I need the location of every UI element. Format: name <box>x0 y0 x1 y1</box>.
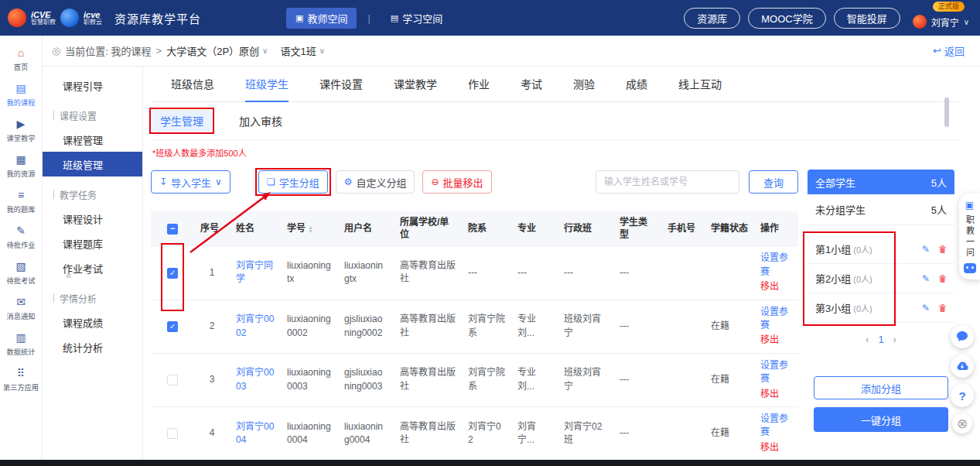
one-click-grouping-button[interactable]: 一键分组 <box>814 407 948 432</box>
group-row[interactable]: 第3小组 (0人) ✎ <box>808 293 954 323</box>
prev-page-icon[interactable]: ‹ <box>866 334 869 345</box>
table-header-row: 序号 姓名 学号▲▼ 用户名 所属学校/单位 院系 专业 行政班 学生类型 手机… <box>151 211 798 246</box>
tab-exam[interactable]: 考试 <box>521 76 542 101</box>
sidebar-item-course-design[interactable]: 课程设计 <box>43 206 142 231</box>
edit-group-icon[interactable]: ✎ <box>922 273 930 284</box>
trash-icon[interactable] <box>938 245 947 254</box>
custom-grouping-button[interactable]: ⚙ 自定义分组 <box>336 170 415 194</box>
envelope-icon: ✉ <box>16 296 26 307</box>
set-contest-link[interactable]: 设置参赛 <box>760 252 792 279</box>
import-students-button[interactable]: ↧ 导入学生 ∨ <box>151 170 230 194</box>
batch-remove-button[interactable]: ⊖ 批量移出 <box>422 170 491 194</box>
tab-courseware-settings[interactable]: 课件设置 <box>319 76 363 101</box>
column-header-name: 姓名 <box>230 211 281 246</box>
close-float-button[interactable]: ⊗ <box>952 413 972 433</box>
rail-item-pending-exams[interactable]: ▧ 待批考试 <box>0 255 42 291</box>
sidebar-item-course-question-bank[interactable]: 课程题库 <box>43 231 142 255</box>
content-body: ↧ 导入学生 ∨ ❏ 学生分组 ⚙ 自定义分组 <box>151 170 959 466</box>
rail-item-my-resources[interactable]: ▦ 我的资源 <box>0 149 42 184</box>
column-header-department: 院系 <box>462 211 511 246</box>
tab-class-students[interactable]: 班级学生 <box>245 76 289 102</box>
mooc-college-button[interactable]: MOOC学院 <box>748 8 825 29</box>
ungrouped-students-row[interactable]: 未分组学生 5人 <box>808 194 954 225</box>
cell-student-type: --- <box>613 353 661 406</box>
nav-teacher-space[interactable]: ▣ 教师空间 <box>286 8 357 29</box>
query-button[interactable]: 查询 <box>749 170 798 194</box>
remove-link[interactable]: 移出 <box>760 334 779 347</box>
rail-item-classroom-teaching[interactable]: ▶ 课堂教学 <box>0 113 42 149</box>
rail-item-pending-homework[interactable]: ✎ 待批作业 <box>0 220 42 255</box>
rail-item-third-party-apps[interactable]: ⠿ 第三方应用 <box>0 362 42 398</box>
monitor-icon: ▣ <box>295 13 303 23</box>
icve-logo <box>8 9 26 27</box>
current-page[interactable]: 1 <box>878 334 883 345</box>
sidebar-item-course-grades[interactable]: 课程成绩 <box>43 310 142 334</box>
subtab-join-review[interactable]: 加入审核 <box>231 110 290 132</box>
smart-casting-button[interactable]: 智能投屏 <box>834 8 900 29</box>
next-page-icon[interactable]: › <box>893 334 896 345</box>
student-grouping-button[interactable]: ❏ 学生分组 <box>258 170 328 194</box>
sidebar-item-course-management[interactable]: 课程管理 <box>43 127 142 152</box>
qa-assistant-tab[interactable]: ▣ 职教一问 <box>959 194 980 279</box>
course-selector[interactable]: 大学语文（2P）原创 ∨ <box>166 43 268 58</box>
trash-icon[interactable] <box>938 274 947 283</box>
student-name-link[interactable]: 刘宵宁0003 <box>236 367 274 391</box>
nav-learning-space[interactable]: ▤ 学习空间 <box>381 8 452 29</box>
add-group-button[interactable]: 添加分组 <box>814 376 948 399</box>
row-checkbox[interactable] <box>167 375 178 385</box>
trash-icon[interactable] <box>938 303 947 313</box>
tab-class-info[interactable]: 班级信息 <box>171 76 214 101</box>
student-table-area: ↧ 导入学生 ∨ ❏ 学生分组 ⚙ 自定义分组 <box>151 170 798 466</box>
set-contest-link[interactable]: 设置参赛 <box>760 359 792 386</box>
tab-quiz[interactable]: 测验 <box>573 76 595 101</box>
tab-classroom-teaching[interactable]: 课堂教学 <box>394 76 437 101</box>
sort-control[interactable]: ▲▼ <box>308 225 313 233</box>
set-contest-link[interactable]: 设置参赛 <box>760 306 792 333</box>
sidebar-collapse-control[interactable]: « <box>66 269 71 281</box>
sidebar-item-statistical-analysis[interactable]: 统计分析 <box>43 334 142 359</box>
class-selector[interactable]: 语文1班 ∨ <box>280 43 325 58</box>
column-header-student-id[interactable]: 学号▲▼ <box>281 211 338 246</box>
tab-homework[interactable]: 作业 <box>468 76 490 101</box>
chat-support-button[interactable] <box>951 325 974 348</box>
sidebar-item-homework-exam[interactable]: 作业考试 <box>43 255 142 280</box>
student-name-link[interactable]: 刘宵宁0002 <box>236 314 274 338</box>
tab-grades[interactable]: 成绩 <box>626 76 647 101</box>
rail-item-my-courses[interactable]: ▤ 我的课程 <box>0 77 42 113</box>
list-icon: ≡ <box>18 190 24 200</box>
vertical-scrollbar-thumb[interactable] <box>944 98 949 127</box>
cell-actions: 设置参赛移出 <box>754 353 798 406</box>
cloud-download-button[interactable] <box>951 355 974 378</box>
student-name-link[interactable]: 刘宵宁同学 <box>236 260 273 284</box>
row-checkbox[interactable] <box>167 428 178 439</box>
sidebar-item-course-guide[interactable]: 课程引导 <box>43 73 142 98</box>
resource-library-button[interactable]: 资源库 <box>684 8 740 29</box>
column-header-admin-class: 行政班 <box>558 211 613 246</box>
subtab-student-management[interactable]: 学生管理 <box>152 110 211 132</box>
tab-online-interaction[interactable]: 线上互动 <box>678 76 722 101</box>
sidebar-item-class-management[interactable]: 班级管理 <box>43 152 142 176</box>
rail-item-question-bank[interactable]: ≡ 我的题库 <box>0 184 42 220</box>
row-checkbox[interactable] <box>167 268 178 279</box>
remove-link[interactable]: 移出 <box>760 280 779 293</box>
select-all-checkbox[interactable] <box>167 224 178 235</box>
student-name-link[interactable]: 刘宵宁0004 <box>236 421 274 445</box>
rail-item-home[interactable]: ⌂ 首页 <box>0 42 42 77</box>
rail-item-statistics[interactable]: ▥ 数据统计 <box>0 327 42 362</box>
remove-link[interactable]: 移出 <box>760 441 779 454</box>
remove-link[interactable]: 移出 <box>760 388 779 401</box>
edit-group-icon[interactable]: ✎ <box>922 244 930 255</box>
group-row[interactable]: 第1小组 (0人) ✎ <box>808 235 954 264</box>
cell-student-id: liuxiaoning0002 <box>281 300 338 353</box>
rail-item-notifications[interactable]: ✉ 消息通知 <box>0 291 42 327</box>
row-checkbox[interactable] <box>167 321 178 332</box>
brand1-sub: 智慧职教 <box>31 19 56 26</box>
user-menu[interactable]: 正式版 刘宵宁 ∨ <box>913 7 969 29</box>
back-link[interactable]: ↩ 返回 <box>933 43 965 58</box>
student-search-input[interactable] <box>596 170 739 194</box>
set-contest-link[interactable]: 设置参赛 <box>760 413 792 440</box>
chevron-down-icon: ∨ <box>964 18 969 26</box>
group-row[interactable]: 第2小组 (0人) ✎ <box>808 264 954 293</box>
help-button[interactable]: ? <box>951 384 974 407</box>
edit-group-icon[interactable]: ✎ <box>922 303 930 314</box>
